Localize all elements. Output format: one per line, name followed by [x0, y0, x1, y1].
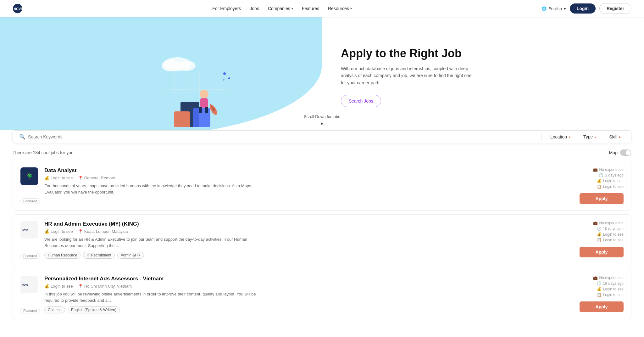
salary-range: 💰 Login to see [597, 179, 624, 183]
salary-icon: 💰 [44, 176, 49, 180]
list-item: Chinese [44, 306, 65, 313]
company-logo: 9CV9 [20, 276, 38, 293]
location-filter-button[interactable]: Location ▸ [547, 134, 575, 139]
resources-chevron: ▾ [350, 7, 352, 10]
register-button[interactable]: Register [599, 3, 631, 14]
search-input-wrap: 🔍 [19, 134, 541, 140]
job-details: Data Analyst 💰 Login to see 📍 Remote, Re… [44, 167, 567, 198]
job-title: HR and Admin Executive (MY) (KING) [44, 221, 567, 227]
job-description: For thousands of years, maps have provid… [44, 183, 258, 195]
language-button[interactable]: 🌐 English ▾ [541, 6, 566, 11]
job-list-header: There are 184 cool jobs for you Map [13, 149, 631, 156]
company-logo: 9CV9 [20, 221, 38, 239]
svg-text:🪲: 🪲 [26, 172, 33, 179]
apply-type: 📋 Login to see [597, 238, 624, 242]
list-item: Admin &HR [117, 252, 144, 259]
skill-arrow-icon: ▸ [619, 135, 621, 139]
apply-button[interactable]: Apply [580, 193, 624, 204]
navbar-actions: 🌐 English ▾ Login Register [541, 3, 631, 14]
job-title: Data Analyst [44, 167, 567, 174]
nav-for-employers[interactable]: For Employers [212, 6, 241, 11]
svg-rect-17 [200, 98, 208, 108]
nav-jobs[interactable]: Jobs [250, 6, 259, 11]
list-item: IT Recruitment [83, 252, 114, 259]
job-meta-right: 💼 No experience 🕐 19 days ago 💰 Login to… [593, 276, 624, 297]
job-salary: 💰 Login to see [44, 176, 73, 180]
hero-content: Apply to the Right Job With our rich dat… [322, 17, 644, 137]
job-details: Personalized Internet Ads Assessors - Vi… [44, 276, 567, 313]
apply-type-icon: 📋 [597, 238, 602, 242]
svg-rect-15 [174, 111, 190, 127]
search-bar: 🔍 Location ▸ Type ▸ Skill ▸ [13, 130, 631, 143]
job-meta: 💰 Login to see 📍 Remote, Remote [44, 176, 567, 180]
svg-point-3 [162, 60, 180, 71]
hero-subtitle: With our rich database of jobs and inter… [341, 65, 473, 86]
search-input[interactable] [28, 134, 536, 139]
briefcase-icon: 💼 [593, 167, 598, 172]
apply-type-icon: 📋 [597, 293, 602, 297]
job-details: HR and Admin Executive (MY) (KING) 💰 Log… [44, 221, 567, 259]
job-salary: 💰 Login to see [44, 229, 73, 234]
type-filter-button[interactable]: Type ▸ [580, 134, 600, 139]
globe-icon: 🌐 [541, 6, 547, 11]
list-item: Human Resource [44, 252, 80, 259]
logo[interactable]: 9CV9 [13, 3, 23, 14]
search-icon: 🔍 [19, 134, 25, 140]
apply-button[interactable]: Apply [580, 247, 624, 257]
job-location: 📍 Ho Chi Minh City, Vietnam [78, 284, 132, 289]
table-row: 9CV9 Personalized Internet Ads Assessors… [13, 269, 631, 320]
experience-info: 💼 No experience [593, 276, 624, 280]
hero-illustration-bg [0, 17, 322, 137]
search-jobs-button[interactable]: Search Jobs [341, 95, 381, 107]
location-icon: 📍 [78, 229, 83, 234]
job-meta-right: 💼 No experience 🕐 10 days ago 💰 Login to… [593, 221, 624, 242]
map-toggle-switch[interactable] [620, 149, 631, 156]
svg-rect-18 [199, 107, 202, 113]
briefcase-icon: 💼 [593, 221, 598, 225]
job-description: We are looking for an HR & Admin Executi… [44, 236, 258, 249]
nav-features[interactable]: Features [302, 6, 319, 11]
apply-button[interactable]: Apply [580, 301, 624, 312]
experience-info: 💼 No experience [593, 221, 624, 225]
nav-resources[interactable]: Resources ▾ [328, 6, 352, 11]
location-icon: 📍 [78, 284, 83, 289]
posted-date: 🕐 19 days ago [597, 281, 624, 286]
hero-section: Apply to the Right Job With our rich dat… [0, 17, 644, 137]
scroll-down[interactable]: Scroll Down for jobs ▾ [304, 114, 340, 127]
svg-point-16 [200, 90, 208, 98]
skill-filter-button[interactable]: Skill ▸ [605, 134, 625, 139]
apply-type: 📋 Login to see [597, 184, 624, 189]
nav-companies[interactable]: Companies ▾ [268, 6, 293, 11]
job-location: 📍 Remote, Remote [78, 176, 115, 180]
job-meta: 💰 Login to see 📍 Kuala Lumpur, Malaysia [44, 229, 567, 234]
clock-icon: 🕐 [597, 227, 602, 231]
svg-text:9CV9: 9CV9 [14, 7, 23, 11]
job-description: In this job you will be reviewing online… [44, 291, 258, 303]
svg-text:9CV9: 9CV9 [22, 284, 28, 286]
salary-icon: 💰 [44, 284, 49, 289]
job-title: Personalized Internet Ads Assessors - Vi… [44, 276, 567, 282]
hero-title: Apply to the Right Job [341, 47, 625, 60]
posted-date: 🕐 10 days ago [597, 227, 624, 231]
company-logo: 🪲 [20, 167, 38, 185]
featured-badge: Featured [20, 308, 40, 313]
job-list-area: There are 184 cool jobs for you Map 🪲 Da… [0, 143, 644, 330]
job-location: 📍 Kuala Lumpur, Malaysia [78, 229, 128, 234]
experience-info: 💼 No experience [593, 167, 624, 172]
map-toggle: Map [609, 149, 631, 156]
job-tags: Human Resource IT Recruitment Admin &HR [44, 252, 567, 259]
featured-badge: Featured [20, 253, 40, 259]
svg-point-20 [223, 72, 226, 75]
location-arrow-icon: ▸ [569, 135, 571, 139]
job-right-panel: 💼 No experience 🕐 10 days ago 💰 Login to… [573, 221, 624, 257]
svg-point-22 [223, 79, 225, 81]
job-tags: Chinese English (Spoken & Written) [44, 306, 567, 313]
type-arrow-icon: ▸ [595, 135, 597, 139]
job-right-panel: 💼 No experience 🕐 3 days ago 💰 Login to … [573, 167, 624, 204]
location-icon: 📍 [78, 176, 83, 180]
salary-range-icon: 💰 [597, 179, 602, 183]
salary-icon: 💰 [44, 229, 49, 234]
login-button[interactable]: Login [570, 3, 596, 14]
salary-range-icon: 💰 [597, 287, 602, 291]
job-meta: 💰 Login to see 📍 Ho Chi Minh City, Vietn… [44, 284, 567, 289]
